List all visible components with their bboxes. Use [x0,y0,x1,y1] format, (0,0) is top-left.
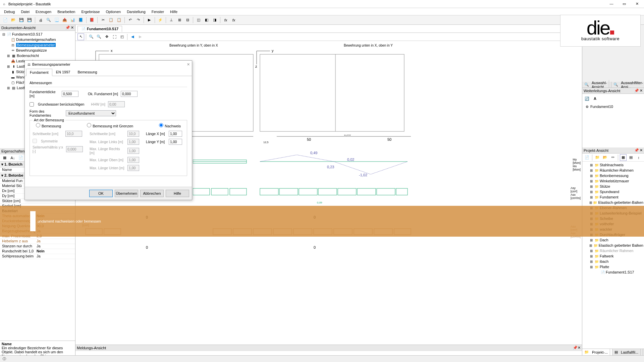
proj-item[interactable]: ⊞📁Stahlnachweis [583,162,643,168]
pan-icon[interactable]: ✥ [103,34,110,40]
tb-copy-icon[interactable]: 📋 [108,17,114,23]
close-panel-icon[interactable]: ✕ [578,346,581,350]
okfundament-input[interactable] [121,91,138,97]
laengey-input[interactable] [169,139,182,145]
tb-undo-icon[interactable]: ↶ [127,17,133,23]
tb-export-icon[interactable]: 📤 [61,17,68,23]
proj-tb3-icon[interactable]: 📂 [602,154,608,161]
proj-tb5-icon[interactable]: ▦ [620,154,627,161]
zoom-window-icon[interactable]: ◰ [119,34,125,40]
tb-fx-icon[interactable]: fx [222,17,229,23]
radio-bemessung-grenzen[interactable]: Bemessung mit Grenzen [87,123,133,128]
close-panel-icon[interactable]: ✕ [640,88,643,93]
close-button[interactable]: ✕ [632,2,642,6]
pin-icon[interactable]: 📌 [634,88,639,93]
tb-save-icon[interactable]: 💾 [18,17,25,23]
proj-item[interactable]: 📄Fundament1.S17 [583,269,643,275]
project-tree[interactable]: ⊞📁Stahlnachweis⊞📁Räumlicher-Rahmen⊞📁Beto… [582,162,644,349]
tb-saveall-icon[interactable]: 💾 [26,17,33,23]
tab-auswahl[interactable]: 🔍Auswahl-Ansicht [582,82,611,87]
proj-item[interactable]: ⊞📁Räumlicher Rahmen [583,248,643,253]
proj-item[interactable]: ⊞📁Fundament [583,194,643,200]
proj-item[interactable]: ⊞📁Spundwand [583,189,643,194]
menu-datei[interactable]: Datei [18,9,32,14]
proj-item[interactable]: ⊞📁Dach [583,237,643,243]
grundwasser-checkbox[interactable] [30,102,34,107]
tab-auswahlfilter[interactable]: 🔍Auswahlfilter-Ansi... [611,82,644,87]
menu-optionen[interactable]: Optionen [103,9,123,14]
tb-redo-icon[interactable]: ↷ [135,17,142,23]
nav-back-icon[interactable]: ◀ [129,34,136,40]
proj-tb4-icon[interactable]: ✏ [609,154,616,161]
radio-bemessung[interactable]: Bemessung [36,123,61,128]
document-tab[interactable]: 📄Fundament10.S17 [77,26,122,32]
proj-item[interactable]: ⊞📁Elastisch-gebetteter-Balken [583,200,643,205]
pin-icon[interactable]: 📌 [573,346,578,350]
uebernehmen-button[interactable]: Übernehmen [115,190,138,197]
refresh-icon[interactable]: 🔄 [584,95,590,102]
proj-sort-icon[interactable]: ↕ [635,154,642,161]
font-icon[interactable]: A [592,95,598,102]
weiter-item[interactable]: ⚙Fundament10 [584,104,643,109]
menu-darstellung[interactable]: Darstellung [124,9,148,14]
tb-tool1-icon[interactable]: ⊥ [168,17,175,23]
nav-fwd-icon[interactable]: ▶ [137,34,144,40]
proj-item[interactable]: ⊞📁Winkelstützmauer [583,178,643,184]
ok-button[interactable]: OK [89,190,113,197]
laengex-input[interactable] [169,131,182,137]
tb-tool2-icon[interactable]: ⊞ [176,17,183,23]
menu-fenster[interactable]: Fenster [149,9,167,14]
btab-projekt[interactable]: 📁Projekt-... [582,349,612,355]
tb-tool5-icon[interactable]: ◧ [203,17,210,23]
tb-fx2-icon[interactable]: fx [230,17,237,23]
proj-item[interactable]: ⊞📁Elastisch gebetteter Balken [583,243,643,248]
pointer-icon[interactable]: ↖ [77,34,84,40]
tb-paste-icon[interactable]: 📋 [116,17,122,23]
abbrechen-button[interactable]: Abbrechen [140,190,164,197]
menu-hilfe[interactable]: Hilfe [167,9,180,14]
radio-nachweis[interactable]: Nachweis [159,123,181,128]
tb-preview-icon[interactable]: 🔍 [45,17,52,23]
fundamentdicke-input[interactable] [62,91,78,97]
tb-new-icon[interactable]: 📄 [2,17,9,23]
tb-word-icon[interactable]: 📘 [77,17,84,23]
dialog-close-icon[interactable]: ✕ [187,62,190,67]
menu-bearbeiten[interactable]: Bearbeiten [55,9,78,14]
tb-run-icon[interactable]: ▶ [146,17,153,23]
proj-item[interactable]: ⊞📁Stütze [583,184,643,189]
zoom-out-icon[interactable]: 🔍 [96,34,102,40]
tb-open-icon[interactable]: 📂 [10,17,17,23]
maximize-button[interactable]: ▭ [619,2,629,6]
tb-tool4-icon[interactable]: ◫ [195,17,202,23]
tb-tool3-icon[interactable]: ⊟ [184,17,191,23]
proj-item[interactable]: ⊞📁Platte [583,264,643,269]
minimize-button[interactable]: — [606,2,616,6]
close-panel-icon[interactable]: ✕ [71,25,74,30]
btab-lastfall[interactable]: ▤Lastfallfil... [612,349,643,355]
tb-print-icon[interactable]: 🖨 [37,17,44,23]
zoom-in-icon[interactable]: 🔍 [88,34,95,40]
hilfe-button[interactable]: Hilfe [166,190,189,197]
tb-book-icon[interactable]: 📕 [89,17,95,23]
zoom-fit-icon[interactable]: ⛶ [111,34,118,40]
menu-ergebnisse[interactable]: Ergebnisse [78,9,102,14]
proj-item[interactable]: ⊞📁Betonbemessung [583,173,643,178]
menu-erzeugen[interactable]: Erzeugen [33,9,54,14]
close-panel-icon[interactable]: ✕ [640,148,643,153]
tb-cut-icon[interactable]: ✂ [100,17,106,23]
proj-item[interactable]: ⊞📁Faltwerk [583,253,643,259]
tb-tool6-icon[interactable]: ◨ [211,17,218,23]
pin-icon[interactable]: 📌 [634,148,639,153]
props-cat-icon[interactable]: ▦ [1,155,8,161]
tb-excel-icon[interactable]: 📊 [69,17,76,23]
tab-fundament[interactable]: Fundament [26,69,52,76]
proj-item[interactable]: ⊞📁ibach [583,259,643,264]
props-sort-icon[interactable]: A↓ [9,155,16,161]
proj-tb1-icon[interactable]: 📄 [584,154,590,161]
props-page-icon[interactable]: 📄 [17,155,24,161]
proj-tb2-icon[interactable]: 📁 [594,154,601,161]
menu-debug[interactable]: Debug [1,9,17,14]
tb-lightning-icon[interactable]: ⚡ [157,17,164,23]
proj-tb6-icon[interactable]: ▤ [628,154,634,161]
tb-page-icon[interactable]: 📃 [53,17,60,23]
